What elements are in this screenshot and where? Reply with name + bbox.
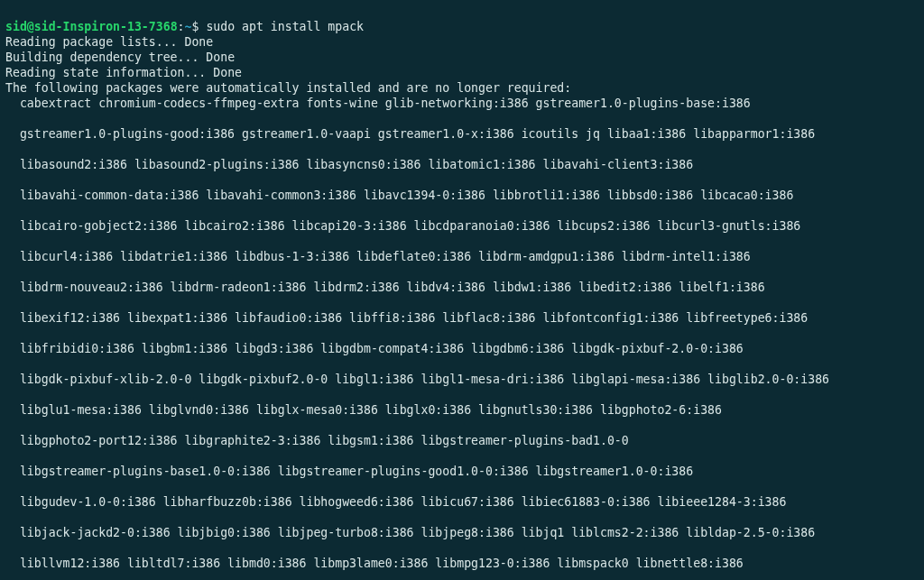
prompt-colon: :	[178, 20, 185, 33]
package-line: libglu1-mesa:i386 libglvnd0:i386 libglx-…	[5, 402, 919, 418]
package-line: cabextract chromium-codecs-ffmpeg-extra …	[5, 96, 919, 111]
prompt-line: sid@sid-Inspiron-13-7368:~$ sudo apt ins…	[5, 20, 364, 33]
package-line: libexif12:i386 libexpat1:i386 libfaudio0…	[5, 310, 919, 326]
package-line: libavahi-common-data:i386 libavahi-commo…	[5, 188, 919, 203]
package-line: libgstreamer-plugins-base1.0-0:i386 libg…	[5, 464, 919, 479]
package-line: libgphoto2-port12:i386 libgraphite2-3:i3…	[5, 433, 919, 448]
package-line: libcurl4:i386 libdatrie1:i386 libdbus-1-…	[5, 249, 919, 264]
prompt-at: @	[27, 20, 34, 33]
package-line: libasound2:i386 libasound2-plugins:i386 …	[5, 157, 919, 172]
package-line: libllvm12:i386 libltdl7:i386 libmd0:i386…	[5, 556, 919, 571]
terminal-output[interactable]: sid@sid-Inspiron-13-7368:~$ sudo apt ins…	[0, 0, 924, 580]
package-line: gstreamer1.0-plugins-good:i386 gstreamer…	[5, 126, 919, 142]
package-line: libgdk-pixbuf-xlib-2.0-0 libgdk-pixbuf2.…	[5, 372, 919, 387]
prompt-dollar: $	[191, 20, 206, 33]
prompt-user: sid	[5, 20, 27, 33]
output-line: Reading package lists... Done	[5, 35, 213, 49]
package-line: libcairo-gobject2:i386 libcairo2:i386 li…	[5, 218, 919, 234]
package-line: libjack-jackd2-0:i386 libjbig0:i386 libj…	[5, 525, 919, 540]
output-line: Building dependency tree... Done	[5, 51, 235, 64]
prompt-host: sid-Inspiron-13-7368	[34, 20, 178, 33]
command-text: sudo apt install mpack	[206, 20, 364, 33]
package-line: libfribidi0:i386 libgbm1:i386 libgd3:i38…	[5, 341, 919, 356]
package-line: libgudev-1.0-0:i386 libharfbuzz0b:i386 l…	[5, 494, 919, 510]
package-line: libdrm-nouveau2:i386 libdrm-radeon1:i386…	[5, 280, 919, 295]
output-line: Reading state information... Done	[5, 66, 242, 79]
output-line: The following packages were automaticall…	[5, 81, 571, 95]
